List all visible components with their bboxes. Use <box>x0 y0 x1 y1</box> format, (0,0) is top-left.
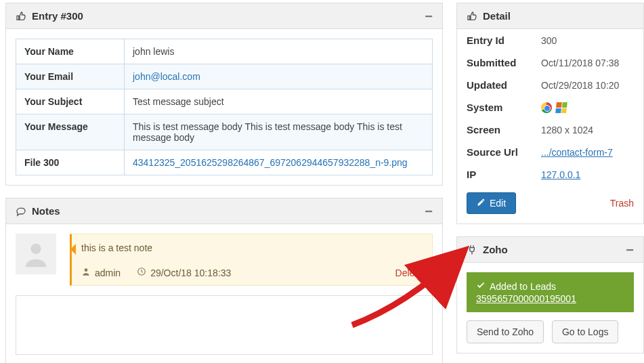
zoho-status-banner: Added to Leads 3595657000000195001 <box>467 272 634 312</box>
entry-key: Your Message <box>16 114 125 150</box>
entry-panel-toggle[interactable]: − <box>425 13 433 20</box>
note-time-label: 29/Oct/18 10:18:33 <box>150 268 231 278</box>
detail-row: IP 127.0.0.1 <box>457 163 643 186</box>
entry-key: Your Subject <box>16 89 125 114</box>
entry-key: File 300 <box>16 150 125 175</box>
clock-icon <box>137 267 146 278</box>
detail-row: Updated Oct/29/2018 10:20 <box>457 74 643 96</box>
detail-panel: Detail Entry Id 300 Submitted Oct/11/201… <box>456 3 644 224</box>
thumbs-up-icon <box>16 11 28 22</box>
detail-panel-header: Detail <box>457 3 643 29</box>
detail-panel-title: Detail <box>483 10 634 22</box>
thumbs-up-icon <box>467 11 479 22</box>
entry-panel-title: Entry #300 <box>32 10 425 22</box>
note-item: this is a test note admin <box>16 234 433 286</box>
entry-val: john lewis <box>125 39 433 64</box>
avatar <box>16 234 56 274</box>
detail-key: Submitted <box>467 57 541 68</box>
detail-key: System <box>467 102 541 113</box>
svg-point-0 <box>30 244 41 254</box>
detail-row: Entry Id 300 <box>457 29 643 51</box>
table-row: Your Name john lewis <box>16 39 433 64</box>
zoho-panel: Zoho − Added to Leads 359565700000019500… <box>456 236 644 354</box>
detail-val: Oct/11/2018 07:38 <box>541 58 619 68</box>
table-row: Your Email john@local.com <box>16 64 433 89</box>
edit-button[interactable]: Edit <box>467 192 516 214</box>
detail-val: Oct/29/2018 10:20 <box>541 80 619 91</box>
note-user-label: admin <box>95 268 121 278</box>
zoho-lead-id-link[interactable]: 3595657000000195001 <box>476 293 576 304</box>
detail-key: Screen <box>467 124 541 135</box>
windows-icon <box>555 102 567 113</box>
notes-panel: Notes − this is a test note <box>5 198 443 363</box>
note-user: admin <box>81 267 121 278</box>
plug-icon <box>467 244 479 255</box>
detail-key: Updated <box>467 79 541 91</box>
detail-val: 300 <box>541 35 557 46</box>
send-to-zoho-button[interactable]: Send to Zoho <box>467 320 544 343</box>
go-to-logs-button[interactable]: Go to Logs <box>552 320 619 343</box>
notes-panel-toggle[interactable]: − <box>425 208 433 215</box>
entry-panel-header: Entry #300 − <box>6 3 442 29</box>
detail-key: IP <box>467 169 541 180</box>
trash-link[interactable]: Trash <box>610 198 634 209</box>
note-delete-link[interactable]: Delete <box>395 268 423 278</box>
table-row: Your Subject Test message subject <box>16 89 433 114</box>
check-icon <box>476 280 486 292</box>
entry-key: Your Email <box>16 64 125 89</box>
comments-icon <box>16 206 28 217</box>
entry-val: Test message subject <box>125 89 433 114</box>
detail-val: 1280 x 1024 <box>541 125 593 135</box>
entry-file-link[interactable]: 43412325_2051625298264867_69720629446579… <box>133 157 408 168</box>
detail-row: Submitted Oct/11/2018 07:38 <box>457 51 643 74</box>
note-time: 29/Oct/18 10:18:33 <box>137 267 231 278</box>
entry-panel: Entry #300 − Your Name john lewis Your E… <box>5 3 443 186</box>
note-text: this is a test note <box>81 242 423 253</box>
entry-table: Your Name john lewis Your Email john@loc… <box>16 39 433 175</box>
chrome-icon <box>541 102 552 113</box>
entry-key: Your Name <box>16 39 125 64</box>
entry-email-link[interactable]: john@local.com <box>133 71 200 82</box>
zoho-panel-toggle[interactable]: − <box>626 247 634 253</box>
detail-row: Source Url .../contact-form-7 <box>457 141 643 163</box>
zoho-added-label: Added to Leads <box>490 281 556 292</box>
zoho-panel-header: Zoho − <box>457 237 643 263</box>
notes-panel-header: Notes − <box>6 198 442 224</box>
notes-panel-title: Notes <box>32 205 425 217</box>
table-row: File 300 43412325_2051625298264867_69720… <box>16 150 433 175</box>
user-icon <box>81 267 91 278</box>
edit-label: Edit <box>490 198 506 209</box>
note-body: this is a test note admin <box>70 234 433 286</box>
svg-point-1 <box>85 268 88 272</box>
table-row: Your Message This is test message body T… <box>16 114 433 150</box>
detail-system-icons <box>541 102 567 113</box>
ip-link[interactable]: 127.0.0.1 <box>541 169 580 180</box>
source-url-link[interactable]: .../contact-form-7 <box>541 147 613 158</box>
detail-key: Entry Id <box>467 35 541 46</box>
detail-row: System <box>457 96 643 119</box>
detail-key: Source Url <box>467 146 541 158</box>
pencil-icon <box>477 198 486 209</box>
detail-row: Screen 1280 x 1024 <box>457 119 643 141</box>
entry-val: This is test message body This is test m… <box>125 114 433 150</box>
note-input[interactable] <box>16 295 433 355</box>
zoho-panel-title: Zoho <box>483 244 626 255</box>
